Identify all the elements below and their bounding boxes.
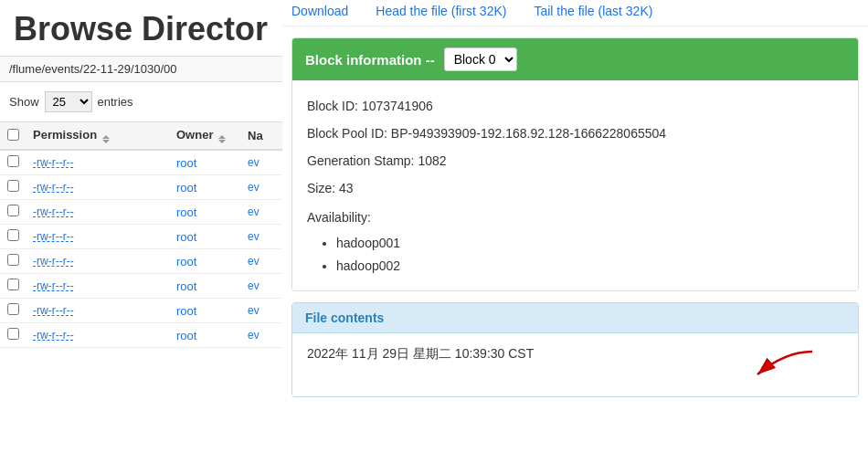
right-panel: Download Head the file (first 32K) Tail …: [282, 0, 868, 463]
select-all-checkbox[interactable]: [7, 129, 19, 141]
download-link[interactable]: Download: [291, 4, 348, 18]
name-cell: ev: [248, 205, 275, 218]
permission-cell[interactable]: -rw-r--r--: [33, 230, 169, 243]
owner-cell[interactable]: root: [176, 329, 240, 342]
availability-list: hadoop001 hadoop002: [307, 232, 843, 278]
name-col-header: Na: [248, 129, 275, 142]
block-info-header: Block information -- Block 0: [292, 38, 858, 80]
row-checkbox[interactable]: [7, 180, 19, 192]
permission-cell[interactable]: -rw-r--r--: [33, 156, 169, 169]
table-row: -rw-r--r-- root ev: [0, 274, 282, 299]
file-contents-header: File contents: [292, 303, 858, 332]
block-info-body: Block ID: 1073741906 Block Pool ID: BP-9…: [292, 80, 858, 290]
row-checkbox[interactable]: [7, 328, 19, 340]
entries-label: entries: [98, 95, 133, 109]
pool-id-row: Block Pool ID: BP-949393909-192.168.92.1…: [307, 121, 843, 146]
table-rows: -rw-r--r-- root ev -rw-r--r-- root ev -r…: [0, 151, 282, 348]
entries-per-page-select[interactable]: 25 50 100: [45, 91, 92, 112]
tail-file-link[interactable]: Tail the file (last 32K): [534, 4, 652, 18]
name-cell: ev: [248, 156, 275, 169]
table-row: -rw-r--r-- root ev: [0, 151, 282, 175]
size-row: Size: 43: [307, 175, 843, 201]
permission-cell[interactable]: -rw-r--r--: [33, 205, 169, 218]
table-row: -rw-r--r-- root ev: [0, 249, 282, 274]
permission-cell[interactable]: -rw-r--r--: [33, 304, 169, 317]
show-label: Show: [9, 95, 39, 109]
name-cell: ev: [248, 279, 275, 292]
block-info-section: Block information -- Block 0 Block ID: 1…: [291, 37, 859, 291]
row-checkbox[interactable]: [7, 303, 19, 315]
name-cell: ev: [248, 255, 275, 268]
permission-col-header[interactable]: Permission: [33, 128, 169, 143]
name-cell: ev: [248, 304, 275, 317]
block-select[interactable]: Block 0: [444, 47, 517, 71]
row-checkbox[interactable]: [7, 205, 19, 216]
row-checkbox[interactable]: [7, 279, 19, 290]
gen-stamp-row: Generation Stamp: 1082: [307, 148, 843, 174]
owner-cell[interactable]: root: [176, 230, 240, 244]
permission-cell[interactable]: -rw-r--r--: [33, 279, 169, 292]
owner-cell[interactable]: root: [176, 255, 240, 268]
permission-cell[interactable]: -rw-r--r--: [33, 329, 169, 342]
file-content-text: 2022年 11月 29日 星期二 10:39:30 CST: [307, 346, 534, 361]
table-row: -rw-r--r-- root ev: [0, 225, 282, 249]
file-contents-body: 2022年 11月 29日 星期二 10:39:30 CST: [292, 332, 858, 396]
owner-sort-icon: [218, 135, 226, 143]
owner-cell[interactable]: root: [176, 156, 240, 170]
node-item: hadoop001: [336, 232, 843, 255]
table-row: -rw-r--r-- root ev: [0, 323, 282, 348]
owner-cell[interactable]: root: [176, 181, 240, 195]
block-info-title: Block information --: [305, 52, 435, 68]
node-item: hadoop002: [336, 255, 843, 278]
left-panel: Browse Director /flume/events/22-11-29/1…: [0, 0, 283, 463]
table-header: Permission Owner Na: [0, 121, 282, 151]
permission-sort-icon: [102, 135, 110, 143]
owner-cell[interactable]: root: [176, 304, 240, 318]
show-bar: Show 25 50 100 entries: [0, 82, 282, 121]
name-cell: ev: [248, 230, 275, 243]
arrow-icon: [712, 342, 821, 388]
availability-label: Availability:: [307, 205, 843, 230]
arrow-annotation: [712, 342, 821, 391]
permission-cell[interactable]: -rw-r--r--: [33, 181, 169, 194]
name-cell: ev: [248, 181, 275, 194]
row-checkbox[interactable]: [7, 155, 19, 167]
file-contents-section: File contents 2022年 11月 29日 星期二 10:39:30…: [291, 302, 859, 397]
owner-cell[interactable]: root: [176, 279, 240, 293]
page-title: Browse Director: [0, 0, 282, 56]
row-checkbox[interactable]: [7, 254, 19, 266]
row-checkbox[interactable]: [7, 229, 19, 241]
head-file-link[interactable]: Head the file (first 32K): [376, 4, 506, 18]
block-id-row: Block ID: 1073741906: [307, 93, 843, 119]
table-row: -rw-r--r-- root ev: [0, 175, 282, 200]
breadcrumb-path: /flume/events/22-11-29/1030/00: [9, 62, 177, 76]
owner-col-header[interactable]: Owner: [176, 128, 240, 143]
breadcrumb-bar: /flume/events/22-11-29/1030/00: [0, 56, 282, 82]
top-links: Download Head the file (first 32K) Tail …: [282, 0, 868, 26]
name-cell: ev: [248, 329, 275, 342]
table-row: -rw-r--r-- root ev: [0, 299, 282, 323]
permission-cell[interactable]: -rw-r--r--: [33, 255, 169, 268]
table-row: -rw-r--r-- root ev: [0, 200, 282, 225]
owner-cell[interactable]: root: [176, 205, 240, 219]
